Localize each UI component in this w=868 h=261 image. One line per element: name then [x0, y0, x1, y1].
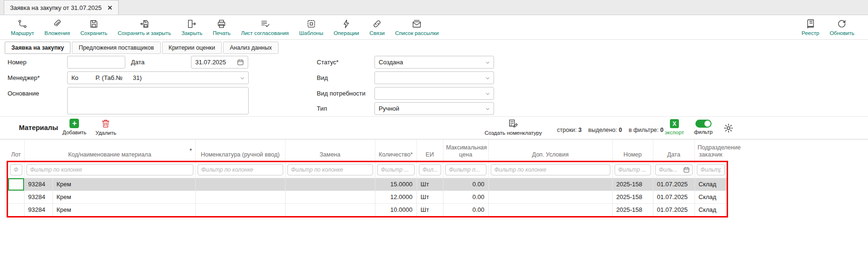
filter-number-input[interactable]	[615, 164, 651, 175]
col-header-max-price[interactable]: Максимальная цена	[443, 139, 488, 162]
templates-icon	[306, 19, 316, 29]
sort-asc-icon: ▲	[189, 147, 193, 152]
filter-qty-input[interactable]	[377, 164, 415, 175]
col-header-replacement[interactable]: Замена	[285, 139, 375, 162]
calendar-icon[interactable]	[237, 59, 244, 66]
chevron-down-icon	[485, 91, 490, 96]
filtered-count: 0	[660, 127, 664, 133]
table-row[interactable]: 93284 Крем 15.0000 Шт 0.00 2025-158 01.0…	[8, 178, 727, 191]
chevron-down-icon	[240, 76, 245, 81]
date-label: Дата	[131, 59, 145, 66]
date-input[interactable]: 31.07.2025	[191, 56, 248, 69]
document-tab[interactable]: Заявка на закупку от 31.07.2025 ✕	[4, 0, 119, 15]
links-button[interactable]: Связи	[364, 19, 390, 36]
operations-icon	[341, 19, 351, 29]
col-header-extra[interactable]: Доп. Условия	[488, 139, 612, 162]
chevron-down-icon	[485, 76, 490, 81]
delete-row-button[interactable]: Удалить	[95, 119, 116, 136]
close-doc-icon	[187, 19, 197, 29]
save-close-icon	[139, 19, 149, 29]
close-document-button[interactable]: Закрыть	[176, 19, 208, 36]
create-nomenclature-button[interactable]: Создать номенклатуру	[485, 119, 542, 136]
filter-material-input[interactable]	[26, 164, 193, 175]
tab-predlozheniya[interactable]: Предложения поставщиков	[72, 42, 160, 54]
col-header-date[interactable]: Дата	[653, 139, 694, 162]
tab-kriterii[interactable]: Критерии оценки	[162, 42, 222, 54]
mailing-list-icon	[412, 19, 422, 29]
selected-count: 0	[619, 127, 622, 133]
filter-extra-input[interactable]	[491, 164, 610, 175]
col-header-department[interactable]: Подразделение заказчик	[694, 139, 727, 162]
basis-textarea[interactable]	[67, 87, 249, 114]
save-button[interactable]: Сохранить	[75, 19, 113, 36]
table-header-row: Лот Код/наименование материала ▲ Номенкл…	[8, 139, 727, 162]
plus-icon: +	[69, 119, 79, 128]
approval-sheet-button[interactable]: Лист согласования	[236, 19, 294, 36]
grid-settings-button[interactable]	[723, 123, 734, 133]
tab-analiz[interactable]: Анализ данных	[223, 42, 278, 54]
col-header-qty[interactable]: Количество*	[375, 139, 417, 162]
operations-button[interactable]: Операции	[329, 19, 365, 36]
filter-replacement-input[interactable]	[287, 164, 373, 175]
print-icon	[217, 19, 226, 29]
manager-select[interactable]: Ко Р. (Таб.№ 31)	[67, 71, 249, 84]
col-header-unit[interactable]: ЕИ	[417, 139, 443, 162]
table-row[interactable]: 93284 Крем 10.0000 Шт 0.00 2025-158 01.0…	[8, 203, 727, 216]
need-kind-select[interactable]	[374, 87, 494, 100]
status-label: Статус*	[317, 59, 339, 66]
close-icon[interactable]: ✕	[107, 4, 113, 11]
filter-toggle[interactable]: фильтр	[694, 120, 712, 135]
kind-select[interactable]	[374, 71, 494, 84]
trash-icon	[101, 119, 111, 129]
materials-title: Материалы	[19, 124, 58, 131]
templates-button[interactable]: Шаблоны	[294, 19, 329, 36]
create-nomenclature-icon	[508, 119, 518, 129]
request-form: Номер Дата 31.07.2025 Менеджер* Ко Р. (Т…	[0, 54, 868, 116]
main-toolbar: Маршрут Вложения Сохранить Сохранить и з…	[0, 15, 868, 40]
tab-zayavka[interactable]: Заявка на закупку	[5, 42, 70, 54]
filter-lot-input[interactable]	[10, 164, 22, 175]
save-icon	[89, 19, 99, 29]
type-select[interactable]: Ручной	[374, 102, 494, 115]
chevron-down-icon	[485, 106, 490, 112]
save-and-close-button[interactable]: Сохранить и закрыть	[113, 19, 176, 36]
number-label: Номер	[8, 59, 26, 66]
filter-max-price-input[interactable]	[445, 164, 486, 175]
refresh-button[interactable]: Обновить	[825, 19, 859, 36]
refresh-icon	[837, 19, 847, 29]
toggle-on-icon[interactable]	[695, 120, 712, 128]
attachments-button[interactable]: Вложения	[39, 19, 75, 36]
need-kind-label: Вид потребности	[317, 90, 365, 97]
registry-button[interactable]: Реестр	[797, 19, 825, 36]
materials-table: Лот Код/наименование материала ▲ Номенкл…	[8, 139, 727, 217]
col-header-nomenclature[interactable]: Номенклатура (ручной ввод)	[195, 139, 285, 162]
filter-nomenclature-input[interactable]	[198, 164, 283, 175]
materials-table-area: Лот Код/наименование материала ▲ Номенкл…	[0, 139, 868, 217]
document-tab-title: Заявка на закупку от 31.07.2025	[10, 4, 102, 11]
materials-toolbar: Материалы + Добавить Удалить Создать ном…	[0, 116, 868, 139]
col-header-lot[interactable]: Лот	[8, 139, 24, 162]
table-row[interactable]: 93284 Крем 12.0000 Шт 0.00 2025-158 01.0…	[8, 191, 727, 203]
status-select[interactable]: Создана	[374, 56, 494, 69]
add-row-button[interactable]: + Добавить	[62, 119, 87, 135]
page-tabs: Заявка на закупку Предложения поставщико…	[0, 40, 868, 54]
col-header-material[interactable]: Код/наименование материала ▲	[24, 139, 195, 162]
route-button[interactable]: Маршрут	[6, 19, 39, 36]
filter-department-input[interactable]	[697, 164, 725, 175]
mailing-list-button[interactable]: Список рассылки	[390, 19, 444, 36]
col-header-number[interactable]: Номер	[612, 139, 653, 162]
print-button[interactable]: Печать	[208, 19, 236, 36]
document-tab-bar: Заявка на закупку от 31.07.2025 ✕	[0, 0, 868, 15]
excel-icon: X	[670, 119, 679, 128]
manager-label: Менеджер*	[8, 74, 40, 81]
filter-row	[8, 162, 727, 178]
filter-unit-input[interactable]	[419, 164, 441, 175]
gear-icon	[723, 123, 734, 133]
number-input[interactable]	[67, 56, 125, 69]
chevron-down-icon	[485, 60, 490, 65]
calendar-icon[interactable]	[683, 166, 690, 173]
type-label: Тип	[317, 105, 327, 112]
row-selector-cell	[8, 178, 24, 191]
export-excel-button[interactable]: X экспорт	[665, 119, 684, 135]
approval-sheet-icon	[260, 19, 270, 29]
